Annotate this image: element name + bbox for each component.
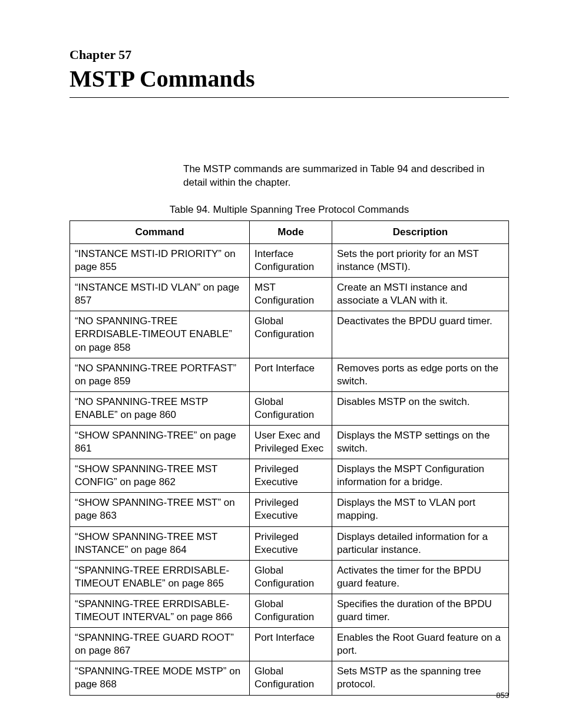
table-row: “INSTANCE MSTI-ID VLAN” on page 857 MST … <box>70 278 509 311</box>
chapter-label: Chapter 57 <box>70 47 509 62</box>
cell-command: “NO SPANNING-TREE MSTP ENABLE” on page 8… <box>70 391 250 425</box>
cell-mode: Global Configuration <box>250 661 332 695</box>
cell-command: “NO SPANNING-TREE PORTFAST” on page 859 <box>70 358 250 391</box>
cell-command: “NO SPANNING-TREE ERRDISABLE-TIMEOUT ENA… <box>70 311 250 358</box>
cell-mode: Global Configuration <box>250 311 332 358</box>
table-body: “INSTANCE MSTI-ID PRIORITY” on page 855 … <box>70 243 509 695</box>
cell-command: “SHOW SPANNING-TREE MST CONFIG” on page … <box>70 459 250 493</box>
commands-table: Command Mode Description “INSTANCE MSTI-… <box>70 220 509 696</box>
header-description: Description <box>332 220 509 243</box>
cell-command: “SPANNING-TREE ERRDISABLE-TIMEOUT ENABLE… <box>70 560 250 594</box>
cell-mode: User Exec and Privileged Exec <box>250 426 332 459</box>
table-row: “SHOW SPANNING-TREE MST INSTANCE” on pag… <box>70 526 509 560</box>
header-mode: Mode <box>250 220 332 243</box>
cell-description: Displays the MSPT Configuration informat… <box>332 459 509 493</box>
intro-paragraph: The MSTP commands are summarized in Tabl… <box>70 163 509 190</box>
cell-command: “SHOW SPANNING-TREE MST” on page 863 <box>70 493 250 526</box>
cell-description: Displays the MSTP settings on the switch… <box>332 426 509 459</box>
cell-description: Specifies the duration of the BPDU guard… <box>332 594 509 627</box>
cell-description: Enables the Root Guard feature on a port… <box>332 628 509 661</box>
cell-mode: Interface Configuration <box>250 243 332 277</box>
cell-mode: Global Configuration <box>250 391 332 425</box>
chapter-title: MSTP Commands <box>70 65 509 93</box>
cell-description: Displays detailed information for a part… <box>332 526 509 560</box>
cell-mode: Privileged Executive <box>250 526 332 560</box>
cell-command: “INSTANCE MSTI-ID PRIORITY” on page 855 <box>70 243 250 277</box>
cell-description: Displays the MST to VLAN port mapping. <box>332 493 509 526</box>
cell-mode: Port Interface <box>250 358 332 391</box>
table-row: “NO SPANNING-TREE MSTP ENABLE” on page 8… <box>70 391 509 425</box>
cell-mode: Global Configuration <box>250 560 332 594</box>
cell-command: “SPANNING-TREE ERRDISABLE-TIMEOUT INTERV… <box>70 594 250 627</box>
cell-command: “SPANNING-TREE GUARD ROOT” on page 867 <box>70 628 250 661</box>
table-row: “SPANNING-TREE ERRDISABLE-TIMEOUT ENABLE… <box>70 560 509 594</box>
cell-mode: Port Interface <box>250 628 332 661</box>
table-row: “SPANNING-TREE GUARD ROOT” on page 867 P… <box>70 628 509 661</box>
table-row: “SHOW SPANNING-TREE” on page 861 User Ex… <box>70 426 509 459</box>
title-rule <box>70 97 509 98</box>
cell-mode: Privileged Executive <box>250 493 332 526</box>
cell-mode: Global Configuration <box>250 594 332 627</box>
cell-mode: MST Configuration <box>250 278 332 311</box>
cell-description: Removes ports as edge ports on the switc… <box>332 358 509 391</box>
cell-command: “SPANNING-TREE MODE MSTP” on page 868 <box>70 661 250 695</box>
header-command: Command <box>70 220 250 243</box>
table-row: “SPANNING-TREE ERRDISABLE-TIMEOUT INTERV… <box>70 594 509 627</box>
table-row: “INSTANCE MSTI-ID PRIORITY” on page 855 … <box>70 243 509 277</box>
document-page: Chapter 57 MSTP Commands The MSTP comman… <box>0 0 562 728</box>
table-caption: Table 94. Multiple Spanning Tree Protoco… <box>70 204 509 216</box>
cell-description: Deactivates the BPDU guard timer. <box>332 311 509 358</box>
cell-description: Create an MSTI instance and associate a … <box>332 278 509 311</box>
cell-description: Sets the port priority for an MST instan… <box>332 243 509 277</box>
cell-command: “SHOW SPANNING-TREE” on page 861 <box>70 426 250 459</box>
page-number: 853 <box>496 691 509 700</box>
table-row: “SHOW SPANNING-TREE MST” on page 863 Pri… <box>70 493 509 526</box>
table-row: “NO SPANNING-TREE PORTFAST” on page 859 … <box>70 358 509 391</box>
table-row: “NO SPANNING-TREE ERRDISABLE-TIMEOUT ENA… <box>70 311 509 358</box>
table-row: “SPANNING-TREE MODE MSTP” on page 868 Gl… <box>70 661 509 695</box>
table-row: “SHOW SPANNING-TREE MST CONFIG” on page … <box>70 459 509 493</box>
cell-command: “INSTANCE MSTI-ID VLAN” on page 857 <box>70 278 250 311</box>
table-header-row: Command Mode Description <box>70 220 509 243</box>
cell-command: “SHOW SPANNING-TREE MST INSTANCE” on pag… <box>70 526 250 560</box>
cell-mode: Privileged Executive <box>250 459 332 493</box>
cell-description: Sets MSTP as the spanning tree protocol. <box>332 661 509 695</box>
cell-description: Activates the timer for the BPDU guard f… <box>332 560 509 594</box>
cell-description: Disables MSTP on the switch. <box>332 391 509 425</box>
